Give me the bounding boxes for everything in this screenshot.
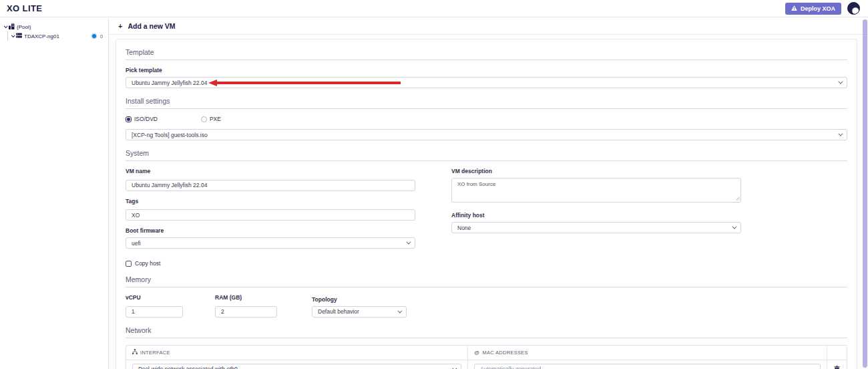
vertical-scrollbar[interactable] bbox=[863, 19, 867, 368]
iso-dvd-radio[interactable]: ISO/DVD bbox=[126, 116, 158, 122]
section-title-install-settings: Install settings bbox=[126, 88, 847, 109]
affinity-host-label: Affinity host bbox=[451, 212, 741, 219]
mac-column-header: @ MAC ADDRESSES bbox=[467, 346, 827, 360]
section-title-memory: Memory bbox=[126, 267, 847, 287]
section-title-network: Network bbox=[126, 318, 847, 338]
system-right-column: VM description XO from Source Affinity h… bbox=[451, 161, 741, 267]
chevron-down-icon bbox=[838, 80, 843, 84]
ram-label: RAM (GB) bbox=[215, 294, 277, 301]
copy-host-checkbox-row[interactable]: Copy host bbox=[126, 260, 415, 267]
memory-row: vCPU RAM (GB) Topology Default behavior bbox=[126, 287, 847, 318]
network-interface-icon bbox=[132, 349, 138, 356]
boot-firmware-value: uefi bbox=[132, 240, 141, 247]
topbar-actions: Deploy XOA bbox=[785, 2, 860, 15]
vm-description-label: VM description bbox=[451, 168, 741, 174]
checkbox-unchecked-icon[interactable] bbox=[126, 261, 132, 267]
account-globe-icon[interactable] bbox=[847, 2, 860, 15]
affinity-host-value: None bbox=[457, 225, 471, 231]
iso-select[interactable]: [XCP-ng Tools] guest-tools.iso bbox=[126, 129, 847, 140]
at-icon: @ bbox=[474, 350, 479, 356]
boot-firmware-select[interactable]: uefi bbox=[126, 237, 415, 249]
chevron-down-icon[interactable] bbox=[4, 24, 8, 28]
install-method-radios: ISO/DVD PXE bbox=[126, 116, 847, 122]
interface-column-header: INTERFACE bbox=[126, 346, 467, 360]
radio-unselected-icon bbox=[201, 116, 207, 122]
chevron-down-icon bbox=[452, 366, 457, 369]
mac-address-input[interactable] bbox=[474, 364, 821, 369]
top-bar: XO LITE Deploy XOA bbox=[0, 0, 868, 17]
iso-select-value: [XCP-ng Tools] guest-tools.iso bbox=[132, 132, 208, 138]
mac-cell bbox=[467, 360, 827, 369]
pick-template-label: Pick template bbox=[126, 67, 847, 74]
pool-children: TDAXCP-ng01 0 bbox=[7, 31, 105, 41]
page-header: + Add a new VM bbox=[110, 18, 868, 35]
deploy-xoa-button[interactable]: Deploy XOA bbox=[785, 3, 841, 15]
chevron-down-icon bbox=[732, 225, 736, 229]
pxe-radio-label: PXE bbox=[210, 116, 221, 122]
tags-label: Tags bbox=[126, 198, 415, 205]
topology-label: Topology bbox=[312, 296, 407, 303]
host-label: TDAXCP-ng01 bbox=[24, 33, 59, 39]
warning-triangle-icon bbox=[791, 5, 797, 12]
chevron-down-icon bbox=[406, 240, 411, 245]
pool-label: (Pool) bbox=[17, 24, 31, 30]
pick-template-value: Ubuntu Jammy Jellyfish 22.04 bbox=[132, 80, 207, 86]
topology-value: Default behavior bbox=[318, 308, 359, 315]
pxe-radio[interactable]: PXE bbox=[201, 116, 221, 122]
affinity-host-select[interactable]: None bbox=[451, 222, 741, 233]
network-table: INTERFACE @ MAC ADDRESSES Pool-wide netw… bbox=[126, 345, 847, 369]
actions-column-header bbox=[827, 346, 847, 360]
chevron-down-icon bbox=[397, 308, 402, 313]
host-status-dot-icon bbox=[92, 34, 96, 38]
vcpu-input[interactable] bbox=[126, 306, 183, 318]
pick-template-select-wrap: Ubuntu Jammy Jellyfish 22.04 bbox=[126, 77, 847, 88]
pick-template-select[interactable]: Ubuntu Jammy Jellyfish 22.04 bbox=[126, 77, 847, 88]
trash-icon bbox=[834, 363, 840, 369]
page-title: Add a new VM bbox=[128, 22, 175, 30]
topology-field: Topology Default behavior bbox=[312, 289, 407, 318]
iso-dvd-radio-label: ISO/DVD bbox=[134, 116, 158, 122]
topology-select[interactable]: Default behavior bbox=[312, 306, 407, 318]
pool-icon bbox=[9, 23, 15, 31]
vcpu-label: vCPU bbox=[126, 294, 183, 301]
host-badge: 0 bbox=[100, 34, 103, 39]
chevron-down-icon[interactable] bbox=[11, 33, 15, 37]
network-table-row: Pool-wide network associated with eth0 bbox=[126, 360, 847, 369]
system-left-column: VM name Tags Boot firmware uefi Copy hos… bbox=[126, 161, 415, 267]
network-table-header: INTERFACE @ MAC ADDRESSES bbox=[126, 346, 847, 360]
section-title-template: Template bbox=[126, 39, 847, 60]
vm-name-input[interactable] bbox=[126, 180, 415, 191]
mac-header-label: MAC ADDRESSES bbox=[482, 350, 528, 356]
vm-name-label: VM name bbox=[126, 168, 415, 174]
deploy-xoa-label: Deploy XOA bbox=[801, 5, 835, 12]
interface-cell: Pool-wide network associated with eth0 bbox=[126, 360, 467, 369]
app-logo: XO LITE bbox=[7, 3, 42, 13]
radio-selected-icon bbox=[126, 116, 132, 122]
plus-icon: + bbox=[118, 22, 122, 30]
system-grid: VM name Tags Boot firmware uefi Copy hos… bbox=[126, 161, 847, 267]
vcpu-field: vCPU bbox=[126, 287, 183, 318]
vm-description-wrap: XO from Source bbox=[451, 178, 741, 205]
server-icon bbox=[16, 33, 22, 39]
boot-firmware-label: Boot firmware bbox=[126, 227, 415, 234]
interface-header-label: INTERFACE bbox=[140, 350, 170, 356]
interface-select[interactable]: Pool-wide network associated with eth0 bbox=[132, 364, 461, 369]
copy-host-label: Copy host bbox=[135, 260, 160, 267]
tags-input[interactable] bbox=[126, 209, 415, 221]
vm-description-textarea[interactable]: XO from Source bbox=[451, 178, 741, 203]
sidebar-item-host[interactable]: TDAXCP-ng01 0 bbox=[11, 31, 105, 41]
section-title-system: System bbox=[126, 140, 847, 161]
sidebar-tree: (Pool) TDAXCP-ng01 0 bbox=[0, 18, 109, 369]
ram-field: RAM (GB) bbox=[215, 287, 277, 318]
resize-handle-icon[interactable] bbox=[736, 191, 740, 203]
chevron-down-icon bbox=[838, 132, 843, 136]
interface-select-value: Pool-wide network associated with eth0 bbox=[138, 366, 238, 369]
delete-row-button[interactable] bbox=[827, 360, 847, 369]
new-vm-form-card: Template Pick template Ubuntu Jammy Jell… bbox=[116, 39, 857, 369]
main-content: + Add a new VM Template Pick template Ub… bbox=[110, 18, 868, 369]
ram-input[interactable] bbox=[215, 306, 277, 318]
sidebar-item-pool[interactable]: (Pool) bbox=[4, 22, 105, 31]
